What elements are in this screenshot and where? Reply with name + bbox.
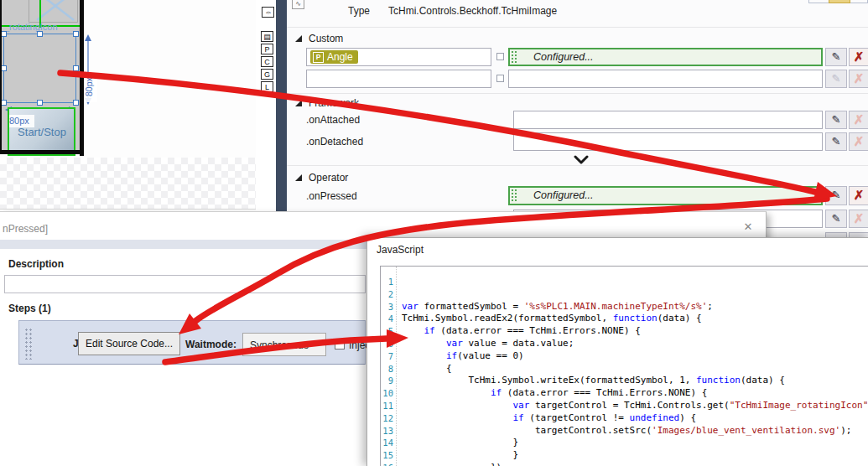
start-stop-label: Start/Stop: [12, 126, 72, 138]
panel-splitter[interactable]: [276, 0, 287, 211]
designer-canvas[interactable]: _rotatingIcon 80px Start/Stop 80px: [0, 0, 277, 211]
code-line[interactable]: if (targetControl != undefined) {: [402, 412, 868, 425]
filter-button-l[interactable]: L: [261, 81, 273, 92]
custom-empty-field-left[interactable]: [306, 70, 491, 88]
on-pressed-edit-button[interactable]: ✎: [825, 186, 847, 205]
section-operator[interactable]: Operator: [309, 172, 348, 184]
resize-handle[interactable]: [1, 100, 7, 106]
line-number[interactable]: 4: [381, 313, 396, 325]
inject-checkbox-label: Injec: [349, 339, 367, 351]
line-number[interactable]: 1: [381, 276, 396, 288]
angle-configured-field[interactable]: Configured...: [508, 48, 823, 66]
resize-handle[interactable]: [37, 100, 43, 106]
inject-checkbox[interactable]: [335, 339, 345, 350]
custom-row2-checkbox[interactable]: [496, 75, 504, 82]
line-number[interactable]: 14: [381, 437, 396, 449]
angle-delete-button[interactable]: ✗: [849, 48, 868, 66]
filter-button-c[interactable]: C: [261, 56, 273, 67]
vertical-dimension-label: 80px: [84, 72, 97, 102]
line-number[interactable]: 12: [381, 412, 396, 425]
code-line[interactable]: TcHmi.Symbol.readEx2(formattedSymbol, fu…: [402, 313, 868, 325]
resize-handle[interactable]: [73, 65, 79, 71]
code-text[interactable]: var formattedSymbol = '%s%PLC1.MAIN.mach…: [402, 267, 868, 466]
waitmode-dropdown[interactable]: Synchronous: [242, 333, 326, 356]
line-number[interactable]: 9: [381, 375, 396, 387]
custom-property-field[interactable]: P Angle: [306, 48, 491, 66]
description-input[interactable]: [4, 275, 366, 293]
type-value: TcHmi.Controls.Beckhoff.TcHmiImage: [388, 5, 557, 17]
line-number[interactable]: 2: [381, 288, 396, 301]
angle-edit-button[interactable]: ✎: [825, 48, 847, 66]
step-row[interactable]: JavaScript Edit Source Code... Waitmode:…: [18, 320, 366, 365]
resize-handle[interactable]: [73, 100, 79, 106]
dialog-title-partial: nPressed]: [3, 223, 48, 235]
section-expander-icon[interactable]: [295, 174, 302, 181]
code-line[interactable]: [402, 288, 868, 301]
screenshot-root: _rotatingIcon 80px Start/Stop 80px: [0, 0, 868, 466]
control-type-icon: ∿: [292, 0, 304, 9]
code-gutter[interactable]: 12345678910111213141516: [381, 267, 397, 466]
code-line[interactable]: var formattedSymbol = '%s%PLC1.MAIN.mach…: [402, 301, 868, 313]
code-line[interactable]: }): [402, 462, 868, 466]
on-detached-edit-button[interactable]: ✎: [825, 132, 847, 151]
code-line[interactable]: if (data.error === TcHmi.Errors.NONE) {: [402, 325, 868, 338]
line-number[interactable]: 16: [381, 462, 396, 466]
filter-button-g[interactable]: G: [261, 69, 273, 80]
code-editor[interactable]: 12345678910111213141516 var formattedSym…: [380, 266, 868, 466]
code-line[interactable]: var targetControl = TcHmi.Controls.get("…: [402, 400, 868, 412]
line-number[interactable]: 7: [381, 350, 396, 363]
on-pressed-delete-button[interactable]: ✗: [849, 186, 868, 205]
show-more-chevron-icon[interactable]: [573, 155, 590, 165]
delete-x-icon: ✗: [854, 112, 865, 127]
code-line[interactable]: }: [402, 437, 868, 449]
description-label: Description: [8, 258, 64, 270]
configured-text: Configured...: [533, 51, 594, 63]
code-line[interactable]: if(value == 0): [402, 350, 868, 363]
line-number[interactable]: 6: [381, 338, 396, 350]
code-line[interactable]: {: [402, 363, 868, 375]
line-number[interactable]: 10: [381, 387, 396, 400]
code-line[interactable]: if (data.error === TcHmi.Errors.NONE) {: [402, 387, 868, 400]
on-attached-edit-button[interactable]: ✎: [825, 111, 847, 129]
edit-source-code-button[interactable]: Edit Source Code...: [78, 332, 180, 355]
transparency-checker: [0, 158, 277, 210]
close-icon[interactable]: ✕: [739, 220, 757, 235]
filter-button-p[interactable]: P: [261, 44, 273, 54]
resize-handle[interactable]: [1, 31, 7, 37]
configured-text: Configured...: [533, 189, 594, 201]
custom-row1-checkbox[interactable]: [496, 53, 504, 60]
line-number[interactable]: 15: [381, 449, 396, 462]
resize-handle[interactable]: [37, 31, 43, 37]
resize-handle[interactable]: [1, 65, 7, 71]
resize-handle[interactable]: [73, 31, 79, 37]
custom-empty-field-right[interactable]: [508, 70, 823, 88]
section-expander-icon[interactable]: [295, 35, 302, 42]
line-number[interactable]: 8: [381, 363, 396, 375]
code-line[interactable]: targetControl.setSrc('Images/blue_vent_v…: [402, 425, 868, 438]
code-line[interactable]: [402, 276, 868, 288]
on-attached-field[interactable]: [513, 111, 823, 129]
line-number[interactable]: 11: [381, 400, 396, 412]
on-pressed-configured-field[interactable]: Configured...: [508, 186, 823, 205]
angle-property-badge[interactable]: P Angle: [310, 50, 358, 64]
list-filter-icon[interactable]: ▤: [261, 31, 273, 42]
code-snippet-icon[interactable]: <>: [262, 7, 274, 18]
section-framework[interactable]: Framework: [309, 97, 359, 109]
pencil-icon: ✎: [832, 113, 841, 126]
line-number[interactable]: 3: [381, 301, 396, 313]
delete-x-icon: ✗: [854, 49, 865, 64]
code-line[interactable]: TcHmi.Symbol.writeEx(formattedSymbol, 1,…: [402, 375, 868, 387]
line-number[interactable]: 13: [381, 425, 396, 438]
drag-handle[interactable]: [24, 328, 34, 360]
code-line[interactable]: }: [402, 449, 868, 462]
pencil-icon: ✎: [832, 72, 841, 85]
edit-button-partial[interactable]: ✎: [825, 210, 847, 228]
selected-image-control[interactable]: [3, 34, 76, 103]
code-line[interactable]: var value = data.value;: [402, 338, 868, 350]
waitmode-label: Waitmode:: [185, 339, 236, 350]
section-expander-icon[interactable]: [295, 100, 302, 106]
on-attached-delete-disabled: ✗: [849, 111, 868, 129]
line-number[interactable]: 5: [381, 325, 396, 338]
section-custom[interactable]: Custom: [309, 33, 343, 44]
on-detached-field[interactable]: [513, 132, 823, 151]
